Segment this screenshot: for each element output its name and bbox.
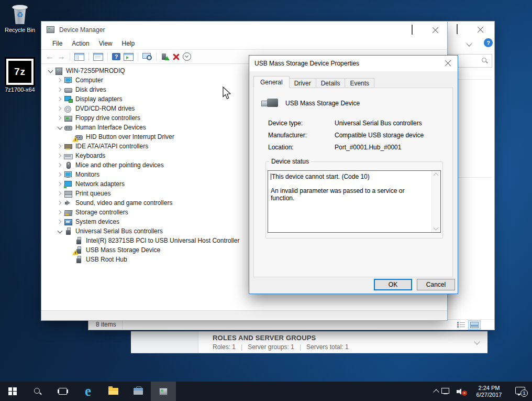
location-row: Location: Port_#0001.Hub_#0001 — [268, 144, 401, 151]
show-hidden-icons-button[interactable] — [434, 382, 438, 401]
divider — [107, 52, 108, 61]
network-tray-button[interactable] — [438, 382, 453, 401]
help-button[interactable] — [112, 53, 120, 60]
clock-time: 2:24 PM — [474, 385, 504, 392]
server-manager-button[interactable] — [126, 382, 151, 401]
title-bar[interactable]: Device Manager — [41, 21, 447, 38]
maximize-button[interactable] — [400, 21, 424, 38]
windows-logo-icon — [8, 387, 17, 396]
expand-icon[interactable] — [56, 95, 64, 103]
scan-for-hardware-changes-button[interactable] — [142, 53, 152, 60]
tab-driver[interactable]: Driver — [289, 78, 316, 88]
collapse-icon[interactable] — [56, 123, 64, 132]
start-button[interactable] — [0, 382, 25, 401]
expand-icon[interactable] — [56, 151, 64, 160]
menu-action[interactable]: Action — [67, 40, 94, 47]
help-icon[interactable]: ? — [484, 38, 493, 47]
device-status-textbox[interactable]: This device cannot start. (Code 10) An i… — [268, 170, 441, 233]
stat-server-groups: Server groups: 1 — [248, 343, 294, 351]
tab-details[interactable]: Details — [316, 78, 346, 88]
desktop-icon-recycle-bin[interactable]: ♻ Recycle Bin — [3, 3, 37, 33]
minimize-button[interactable] — [376, 21, 400, 38]
roles-and-server-groups-tile: ROLES AND SERVER GROUPS Roles: 1 | Serve… — [198, 331, 487, 353]
menu-help[interactable]: Help — [117, 40, 140, 47]
usb-icon — [74, 246, 83, 254]
collapse-icon[interactable] — [56, 227, 64, 235]
scrollbar[interactable] — [431, 171, 440, 232]
clock-date: 6/27/2017 — [474, 392, 504, 398]
scroll-up-icon[interactable] — [434, 173, 439, 178]
taskbar-search-button[interactable] — [25, 382, 50, 401]
manufacturer-row: Manufacturer: Compatible USB storage dev… — [268, 132, 424, 139]
close-button[interactable] — [439, 57, 457, 69]
task-view-button[interactable] — [50, 382, 75, 401]
device-manager-taskbar-button[interactable] — [151, 382, 176, 401]
window-title: Device Manager — [59, 26, 105, 34]
large-icons-view-icon[interactable] — [468, 320, 481, 330]
search-icon — [481, 57, 487, 63]
expand-icon[interactable] — [56, 85, 64, 94]
disable-device-button[interactable] — [183, 52, 191, 61]
7zip-icon: 7z — [6, 59, 34, 85]
close-icon — [433, 27, 439, 33]
expand-icon[interactable] — [56, 189, 64, 198]
divider — [88, 52, 89, 61]
warning-badge-icon — [72, 137, 79, 142]
volume-tray-button[interactable]: × — [453, 382, 470, 401]
dialog-title: USB Mass Storage Device Properties — [254, 60, 359, 67]
menu-view[interactable]: View — [94, 40, 117, 47]
computer-icon — [54, 67, 63, 75]
roles-header: ROLES AND SERVER GROUPS — [213, 334, 487, 342]
tab-events[interactable]: Events — [345, 78, 374, 88]
maximize-button[interactable] — [445, 23, 469, 36]
tab-general[interactable]: General — [253, 76, 290, 88]
mute-badge-icon: × — [462, 391, 467, 396]
printer-icon — [64, 190, 73, 198]
usb-properties-dialog: USB Mass Storage Device Properties Gener… — [249, 55, 458, 294]
dialog-title-bar[interactable]: USB Mass Storage Device Properties — [249, 56, 458, 71]
close-button[interactable] — [469, 23, 492, 36]
expand-icon[interactable] — [56, 199, 64, 207]
keyboard-icon — [64, 152, 73, 160]
action-center-button[interactable]: 1 — [508, 382, 527, 401]
divider — [156, 52, 157, 61]
file-explorer-button[interactable] — [101, 382, 126, 401]
volume-muted-icon: × — [457, 387, 467, 396]
expand-icon[interactable] — [56, 104, 64, 113]
forward-button[interactable] — [57, 52, 65, 61]
scroll-down-icon[interactable] — [434, 225, 439, 231]
show-console-tree-button[interactable] — [74, 53, 84, 61]
ribbon-collapse-chevron-icon[interactable] — [466, 40, 472, 46]
collapse-icon[interactable] — [46, 67, 54, 75]
expand-icon[interactable] — [56, 161, 64, 169]
task-view-icon — [59, 388, 67, 395]
menu-file[interactable]: File — [48, 40, 67, 47]
expand-icon[interactable] — [56, 142, 64, 150]
usb-device-icon — [261, 96, 282, 109]
update-driver-button[interactable] — [161, 53, 169, 60]
expand-icon[interactable] — [56, 208, 64, 216]
groupbox-label: Device status — [269, 158, 311, 165]
usb-icon — [74, 237, 83, 245]
ok-button[interactable]: OK — [374, 279, 412, 290]
storage-controller-icon — [64, 209, 73, 216]
uninstall-device-button[interactable] — [172, 53, 180, 60]
action-pane-button[interactable] — [124, 53, 134, 61]
properties-button[interactable] — [93, 53, 103, 61]
back-button[interactable] — [46, 52, 54, 61]
device-status-groupbox: Device status This device cannot start. … — [265, 161, 443, 239]
server-manager-icon — [134, 388, 143, 395]
expand-icon[interactable] — [56, 218, 64, 226]
expand-icon[interactable] — [56, 114, 64, 122]
hid-category-icon — [64, 124, 73, 132]
internet-explorer-button[interactable]: e — [75, 382, 101, 401]
expand-icon[interactable] — [56, 180, 64, 188]
expand-icon[interactable] — [56, 170, 64, 179]
cancel-button[interactable]: Cancel — [417, 279, 455, 290]
disk-drive-icon — [64, 86, 73, 94]
expand-icon[interactable] — [56, 76, 64, 84]
close-button[interactable] — [424, 21, 447, 38]
taskbar-clock[interactable]: 2:24 PM 6/27/2017 — [474, 385, 504, 398]
details-view-icon[interactable] — [457, 321, 465, 328]
desktop-icon-7zip-installer[interactable]: 7z 7z1700-x64 — [3, 59, 37, 93]
